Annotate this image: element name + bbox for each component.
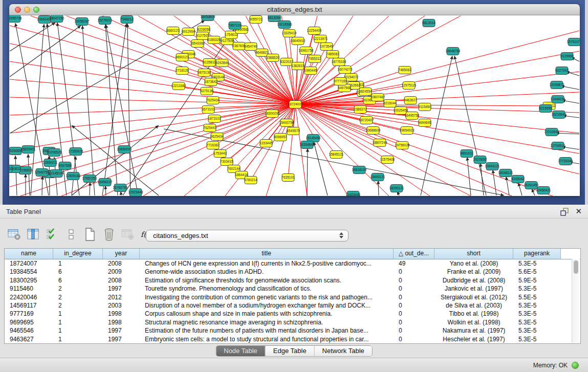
graph-node[interactable]: 19218586 [277, 21, 292, 29]
float-panel-icon[interactable] [560, 208, 569, 216]
graph-node[interactable]: 2386372 [354, 106, 367, 114]
graph-node[interactable]: 16543382 [190, 40, 205, 48]
graph-node[interactable]: 12450421 [536, 187, 551, 194]
graph-node[interactable]: 20206526 [47, 149, 62, 157]
graph-node[interactable]: 16495758 [405, 112, 420, 120]
graph-node[interactable]: 8813014 [422, 19, 435, 27]
network-window[interactable]: citations_edges.txt 18724007183002958660… [9, 4, 580, 196]
graph-node[interactable]: 1362615 [291, 62, 304, 70]
graph-node[interactable]: 1873642 [204, 78, 217, 86]
graph-node[interactable]: 10807487 [371, 94, 385, 101]
graph-node[interactable]: 7625434 [206, 97, 220, 104]
column-header-short[interactable]: short [434, 249, 513, 259]
graph-node[interactable]: 18047150 [50, 15, 64, 23]
graph-node[interactable]: 9463627 [404, 97, 417, 104]
new-table-icon[interactable] [83, 227, 97, 242]
graph-node[interactable]: 16354845 [300, 141, 315, 149]
graph-node[interactable]: 1153445 [260, 140, 273, 147]
column-header-out_de[interactable]: △ out_de... [394, 249, 434, 259]
graph-node[interactable]: 8216044 [383, 100, 397, 107]
table-row[interactable]: 1830029562008Estimation of significance … [5, 276, 580, 285]
graph-node[interactable]: 18775165 [332, 58, 346, 66]
graph-node[interactable]: 12505183 [66, 172, 81, 180]
graph-node[interactable]: 9055723 [249, 16, 263, 24]
graph-node[interactable]: 17957253 [82, 175, 97, 183]
table-row[interactable]: 969969511998Structural magnetic resonanc… [5, 318, 580, 326]
graph-node[interactable]: 8215955 [539, 105, 552, 113]
graph-node[interactable]: 18724007 [288, 101, 303, 108]
graph-node[interactable]: 1588520 [266, 54, 279, 62]
graph-node[interactable]: 7857224 [228, 22, 242, 30]
graph-node[interactable]: 1753443 [213, 150, 227, 158]
graph-node[interactable]: 19943121 [485, 163, 500, 170]
graph-node[interactable]: 12975115 [402, 82, 417, 90]
graph-node[interactable]: 17210649 [545, 128, 559, 136]
graph-node[interactable]: 11923448 [346, 191, 361, 196]
graph-node[interactable]: 16961758 [299, 47, 314, 55]
graph-node[interactable]: 9760214 [244, 177, 257, 184]
close-panel-icon[interactable]: ✕ [575, 207, 582, 216]
graph-node[interactable]: 12444154 [551, 96, 565, 103]
graph-node[interactable]: 9875136 [198, 69, 211, 77]
table-row[interactable]: 1872400712008Changes of HCN gene express… [5, 259, 580, 268]
graph-node[interactable]: 15493754 [279, 119, 294, 127]
tab-edge-table[interactable]: Edge Table [266, 346, 315, 356]
table-settings-icon[interactable] [7, 227, 21, 242]
select-columns-icon[interactable] [26, 227, 40, 242]
graph-node[interactable]: 12923448 [128, 189, 143, 196]
graph-node[interactable]: 8135811 [203, 59, 216, 67]
delete-trash-icon[interactable] [102, 227, 116, 242]
graph-node[interactable]: 18807249 [373, 139, 387, 147]
graph-node[interactable]: 18720407 [359, 117, 374, 124]
graph-node[interactable]: 16048121 [498, 169, 513, 177]
graph-node[interactable]: 15751074 [567, 38, 580, 46]
graph-node[interactable]: 2620650 [473, 156, 487, 164]
graph-node[interactable]: 13325419 [282, 30, 297, 37]
graph-node[interactable]: 7635101 [281, 174, 295, 182]
column-header-year[interactable]: year [103, 249, 140, 259]
graph-node[interactable]: 8186328 [207, 36, 221, 44]
graph-node[interactable]: 3315901 [9, 165, 13, 173]
graph-node[interactable]: 8454749 [244, 43, 257, 51]
graph-node[interactable]: 9625434 [210, 133, 224, 141]
table-selector-dropdown[interactable]: citations_edges.txt [146, 230, 349, 242]
tab-node-table[interactable]: Node Table [216, 346, 266, 356]
graph-node[interactable]: 11575408 [380, 156, 395, 164]
table-row[interactable]: 977716911998Corpus callosum shape and si… [5, 310, 580, 318]
graph-node[interactable]: 1873101 [208, 115, 221, 123]
graph-node[interactable]: 15845121 [329, 151, 344, 159]
graph-node[interactable]: 7716382 [206, 142, 220, 149]
graph-node[interactable]: 16648784 [446, 48, 461, 55]
graph-node[interactable]: 9242844 [215, 59, 229, 67]
graph-node[interactable]: 12093872 [550, 81, 564, 89]
graph-node[interactable]: 12254409 [307, 27, 322, 35]
graph-node[interactable]: 20650093 [117, 146, 132, 154]
graph-node[interactable]: 9275136 [200, 87, 213, 95]
graph-node[interactable]: 9227343 [555, 67, 569, 75]
graph-node[interactable]: 18260121 [389, 185, 404, 192]
graph-node[interactable]: 3673101 [202, 106, 215, 114]
graph-node[interactable]: 9699695 [418, 119, 431, 127]
window-titlebar[interactable]: citations_edges.txt [9, 4, 580, 15]
graph-node[interactable]: 2367608 [232, 42, 246, 50]
graph-node[interactable]: 10055287 [75, 18, 90, 26]
graph-node[interactable]: 9245042 [511, 176, 525, 183]
graph-node[interactable]: 10688609 [366, 127, 381, 135]
graph-node[interactable]: 1973549 [320, 43, 333, 51]
graph-node[interactable]: 9097588 [58, 162, 72, 170]
graph-node[interactable]: 18300295 [265, 110, 280, 118]
vertical-scrollbar[interactable] [572, 259, 580, 343]
graph-node[interactable]: 12650211 [43, 159, 58, 167]
graph-node[interactable]: 3824554 [359, 88, 372, 96]
table-row[interactable]: 1938455462009Genome-wide association stu… [5, 268, 580, 276]
graph-node[interactable]: 19654923 [400, 127, 415, 135]
table-row[interactable]: 2242004622012Investigating the contribut… [5, 293, 580, 301]
graph-node[interactable]: 15493121 [371, 173, 385, 181]
destroy-table-icon[interactable] [121, 227, 135, 242]
table-row[interactable]: 946554611997Estimation of the future num… [5, 326, 580, 335]
clear-selection-icon[interactable] [64, 227, 78, 242]
column-header-name[interactable]: name [5, 249, 53, 259]
graph-node[interactable]: 15276021 [98, 17, 113, 25]
graph-node[interactable]: 17359928 [69, 148, 83, 156]
table-row[interactable]: 946362711997Embryonic stem cells: a mode… [5, 335, 580, 343]
